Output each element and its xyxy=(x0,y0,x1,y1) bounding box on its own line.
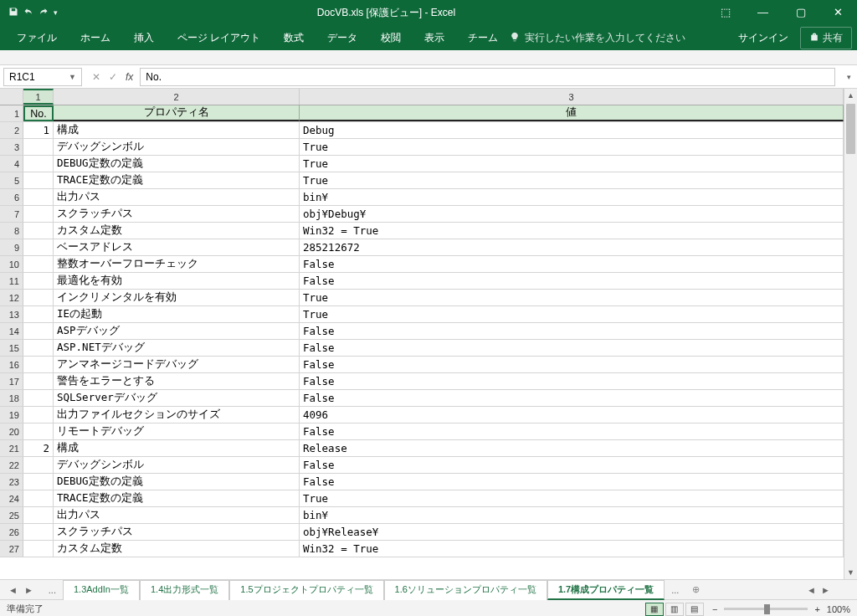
cell[interactable] xyxy=(23,357,54,372)
cell[interactable]: False xyxy=(300,390,844,406)
signin-link[interactable]: サインイン xyxy=(726,31,800,45)
horizontal-scrollbar[interactable]: ◄ ► xyxy=(807,585,857,595)
tab-view[interactable]: 表示 xyxy=(413,25,456,50)
cell[interactable]: False xyxy=(300,256,844,272)
cell[interactable]: デバッグシンボル xyxy=(54,139,300,155)
cell[interactable] xyxy=(23,340,54,356)
tab-insert[interactable]: 挿入 xyxy=(122,25,166,50)
row-header[interactable]: 11 xyxy=(0,273,23,289)
row-header[interactable]: 23 xyxy=(0,474,23,490)
cell[interactable] xyxy=(23,474,54,490)
qat-customize-icon[interactable]: ▾ xyxy=(54,8,58,17)
row-header[interactable]: 22 xyxy=(0,457,23,473)
enter-icon[interactable]: ✓ xyxy=(109,71,117,83)
cell[interactable]: False xyxy=(300,323,844,339)
tell-me-search[interactable]: 実行したい作業を入力してください xyxy=(510,31,685,45)
tab-file[interactable]: ファイル xyxy=(5,25,69,50)
cell[interactable]: False xyxy=(300,457,844,473)
row-header[interactable]: 17 xyxy=(0,373,23,389)
formula-input[interactable]: No. xyxy=(140,68,835,86)
save-icon[interactable] xyxy=(8,7,18,19)
row-header[interactable]: 3 xyxy=(0,139,23,155)
cell[interactable] xyxy=(23,507,54,523)
cell[interactable]: Debug xyxy=(300,122,844,138)
cell[interactable]: スクラッチパス xyxy=(54,524,300,540)
minimize-icon[interactable]: — xyxy=(744,0,782,25)
sheets-more-next[interactable]: ... xyxy=(665,585,685,595)
column-header[interactable]: 2 xyxy=(54,89,300,105)
cell[interactable] xyxy=(23,424,54,439)
row-header[interactable]: 1 xyxy=(0,105,23,121)
row-header[interactable]: 25 xyxy=(0,507,23,523)
cell[interactable] xyxy=(23,323,54,339)
row-header[interactable]: 27 xyxy=(0,541,23,557)
row-header[interactable]: 10 xyxy=(0,256,23,272)
name-box[interactable]: R1C1 ▼ xyxy=(3,68,82,86)
cell[interactable]: Win32 = True xyxy=(300,223,844,239)
sheet-tab[interactable]: 1.7構成プロパティ一覧 xyxy=(547,580,665,600)
cell[interactable]: False xyxy=(300,373,844,389)
cell[interactable]: IEの起動 xyxy=(54,306,300,322)
view-normal-icon[interactable]: ▦ xyxy=(645,603,664,616)
cell[interactable] xyxy=(23,490,54,506)
cell[interactable] xyxy=(23,139,54,155)
cell[interactable]: 1 xyxy=(23,122,54,138)
tab-team[interactable]: チーム xyxy=(456,25,510,50)
formula-expand-icon[interactable]: ▾ xyxy=(840,73,857,81)
sheets-more-prev[interactable]: ... xyxy=(42,585,63,595)
cell[interactable] xyxy=(23,206,54,222)
sheet-nav-prev-icon[interactable]: ◄ xyxy=(8,585,18,595)
sheet-tab[interactable]: 1.3AddIn一覧 xyxy=(63,580,140,600)
row-header[interactable]: 4 xyxy=(0,156,23,172)
fx-icon[interactable]: fx xyxy=(126,71,133,83)
cell[interactable]: Release xyxy=(300,440,844,456)
cell[interactable] xyxy=(23,407,54,423)
cell[interactable]: リモートデバッグ xyxy=(54,424,300,439)
cell[interactable] xyxy=(23,256,54,272)
column-header[interactable]: 1 xyxy=(23,89,54,105)
cell[interactable]: False xyxy=(300,357,844,372)
row-header[interactable]: 12 xyxy=(0,290,23,305)
zoom-slider[interactable] xyxy=(724,608,808,610)
cell[interactable]: True xyxy=(300,490,844,506)
hscroll-right-icon[interactable]: ► xyxy=(821,585,830,595)
cell[interactable]: 最適化を有効 xyxy=(54,273,300,289)
cell[interactable]: Win32 = True xyxy=(300,541,844,557)
cell[interactable]: True xyxy=(300,139,844,155)
view-page-layout-icon[interactable]: ▥ xyxy=(665,603,684,616)
cell[interactable]: 警告をエラーとする xyxy=(54,373,300,389)
cell[interactable]: 構成 xyxy=(54,122,300,138)
zoom-out-icon[interactable]: − xyxy=(712,604,717,614)
row-header[interactable]: 24 xyxy=(0,490,23,506)
cell[interactable]: 値 xyxy=(300,105,844,121)
row-header[interactable]: 20 xyxy=(0,424,23,439)
cell[interactable]: インクリメンタルを有効 xyxy=(54,290,300,305)
cell[interactable] xyxy=(23,541,54,557)
cell[interactable] xyxy=(23,172,54,188)
cell[interactable]: 構成 xyxy=(54,440,300,456)
sheet-tab[interactable]: 1.4出力形式一覧 xyxy=(140,580,229,600)
zoom-level[interactable]: 100% xyxy=(827,604,850,614)
cell[interactable] xyxy=(23,239,54,255)
row-header[interactable]: 13 xyxy=(0,306,23,322)
sheet-tab[interactable]: 1.5プロジェクトプロパティ一覧 xyxy=(229,580,383,600)
cell[interactable]: No. xyxy=(23,105,54,121)
cell[interactable] xyxy=(23,290,54,305)
select-all-corner[interactable] xyxy=(0,89,23,105)
cell[interactable]: True xyxy=(300,156,844,172)
cell[interactable]: 出力パス xyxy=(54,189,300,205)
row-header[interactable]: 19 xyxy=(0,407,23,423)
cell[interactable]: 出力ファイルセクションのサイズ xyxy=(54,407,300,423)
row-header[interactable]: 16 xyxy=(0,357,23,372)
scroll-up-icon[interactable]: ▲ xyxy=(844,89,857,102)
cell[interactable]: False xyxy=(300,474,844,490)
sheet-tab[interactable]: 1.6ソリューションプロパティ一覧 xyxy=(384,580,547,600)
cell[interactable]: ASPデバッグ xyxy=(54,323,300,339)
view-page-break-icon[interactable]: ▤ xyxy=(685,603,704,616)
share-button[interactable]: 共有 xyxy=(800,27,852,49)
cell[interactable]: SQLServerデバッグ xyxy=(54,390,300,406)
cell[interactable]: 整数オーバーフローチェック xyxy=(54,256,300,272)
cell[interactable]: DEBUG定数の定義 xyxy=(54,156,300,172)
cell[interactable] xyxy=(23,223,54,239)
row-header[interactable]: 18 xyxy=(0,390,23,406)
